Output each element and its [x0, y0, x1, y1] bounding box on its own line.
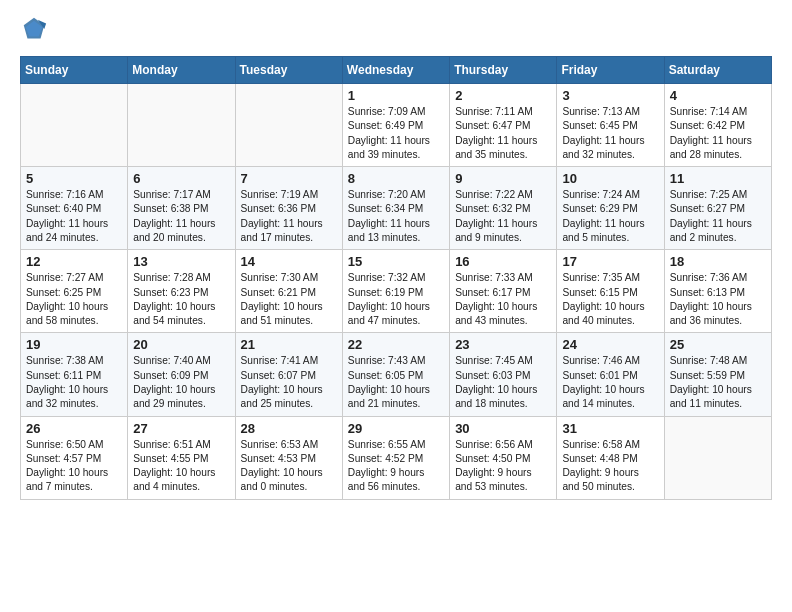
cell-content: Sunrise: 7:11 AM Sunset: 6:47 PM Dayligh… [455, 105, 551, 162]
day-number: 28 [241, 421, 337, 436]
day-number: 16 [455, 254, 551, 269]
calendar-cell [21, 84, 128, 167]
cell-content: Sunrise: 7:33 AM Sunset: 6:17 PM Dayligh… [455, 271, 551, 328]
day-number: 6 [133, 171, 229, 186]
cell-content: Sunrise: 7:24 AM Sunset: 6:29 PM Dayligh… [562, 188, 658, 245]
day-number: 11 [670, 171, 766, 186]
cell-content: Sunrise: 7:45 AM Sunset: 6:03 PM Dayligh… [455, 354, 551, 411]
cell-content: Sunrise: 7:38 AM Sunset: 6:11 PM Dayligh… [26, 354, 122, 411]
calendar: SundayMondayTuesdayWednesdayThursdayFrid… [20, 56, 772, 500]
calendar-cell: 14Sunrise: 7:30 AM Sunset: 6:21 PM Dayli… [235, 250, 342, 333]
cell-content: Sunrise: 7:22 AM Sunset: 6:32 PM Dayligh… [455, 188, 551, 245]
day-number: 24 [562, 337, 658, 352]
weekday-header-cell: Friday [557, 57, 664, 84]
day-number: 12 [26, 254, 122, 269]
day-number: 23 [455, 337, 551, 352]
calendar-cell: 20Sunrise: 7:40 AM Sunset: 6:09 PM Dayli… [128, 333, 235, 416]
cell-content: Sunrise: 7:30 AM Sunset: 6:21 PM Dayligh… [241, 271, 337, 328]
calendar-cell [235, 84, 342, 167]
cell-content: Sunrise: 7:25 AM Sunset: 6:27 PM Dayligh… [670, 188, 766, 245]
day-number: 8 [348, 171, 444, 186]
day-number: 31 [562, 421, 658, 436]
calendar-cell: 18Sunrise: 7:36 AM Sunset: 6:13 PM Dayli… [664, 250, 771, 333]
cell-content: Sunrise: 6:58 AM Sunset: 4:48 PM Dayligh… [562, 438, 658, 495]
calendar-cell: 27Sunrise: 6:51 AM Sunset: 4:55 PM Dayli… [128, 416, 235, 499]
calendar-cell [128, 84, 235, 167]
day-number: 10 [562, 171, 658, 186]
cell-content: Sunrise: 7:09 AM Sunset: 6:49 PM Dayligh… [348, 105, 444, 162]
day-number: 25 [670, 337, 766, 352]
day-number: 22 [348, 337, 444, 352]
calendar-cell: 30Sunrise: 6:56 AM Sunset: 4:50 PM Dayli… [450, 416, 557, 499]
cell-content: Sunrise: 6:53 AM Sunset: 4:53 PM Dayligh… [241, 438, 337, 495]
cell-content: Sunrise: 7:46 AM Sunset: 6:01 PM Dayligh… [562, 354, 658, 411]
calendar-body: 1Sunrise: 7:09 AM Sunset: 6:49 PM Daylig… [21, 84, 772, 500]
cell-content: Sunrise: 6:56 AM Sunset: 4:50 PM Dayligh… [455, 438, 551, 495]
calendar-cell: 3Sunrise: 7:13 AM Sunset: 6:45 PM Daylig… [557, 84, 664, 167]
calendar-cell: 23Sunrise: 7:45 AM Sunset: 6:03 PM Dayli… [450, 333, 557, 416]
calendar-cell: 17Sunrise: 7:35 AM Sunset: 6:15 PM Dayli… [557, 250, 664, 333]
cell-content: Sunrise: 7:43 AM Sunset: 6:05 PM Dayligh… [348, 354, 444, 411]
weekday-header-cell: Wednesday [342, 57, 449, 84]
calendar-cell: 8Sunrise: 7:20 AM Sunset: 6:34 PM Daylig… [342, 167, 449, 250]
calendar-cell: 4Sunrise: 7:14 AM Sunset: 6:42 PM Daylig… [664, 84, 771, 167]
header [20, 16, 772, 44]
weekday-header-cell: Thursday [450, 57, 557, 84]
calendar-week-row: 19Sunrise: 7:38 AM Sunset: 6:11 PM Dayli… [21, 333, 772, 416]
day-number: 1 [348, 88, 444, 103]
calendar-cell: 24Sunrise: 7:46 AM Sunset: 6:01 PM Dayli… [557, 333, 664, 416]
page: SundayMondayTuesdayWednesdayThursdayFrid… [0, 0, 792, 520]
calendar-cell: 5Sunrise: 7:16 AM Sunset: 6:40 PM Daylig… [21, 167, 128, 250]
calendar-cell: 29Sunrise: 6:55 AM Sunset: 4:52 PM Dayli… [342, 416, 449, 499]
calendar-week-row: 12Sunrise: 7:27 AM Sunset: 6:25 PM Dayli… [21, 250, 772, 333]
day-number: 21 [241, 337, 337, 352]
day-number: 13 [133, 254, 229, 269]
day-number: 4 [670, 88, 766, 103]
calendar-cell: 16Sunrise: 7:33 AM Sunset: 6:17 PM Dayli… [450, 250, 557, 333]
calendar-cell [664, 416, 771, 499]
calendar-cell: 10Sunrise: 7:24 AM Sunset: 6:29 PM Dayli… [557, 167, 664, 250]
weekday-header-cell: Sunday [21, 57, 128, 84]
calendar-cell: 25Sunrise: 7:48 AM Sunset: 5:59 PM Dayli… [664, 333, 771, 416]
cell-content: Sunrise: 7:35 AM Sunset: 6:15 PM Dayligh… [562, 271, 658, 328]
calendar-cell: 9Sunrise: 7:22 AM Sunset: 6:32 PM Daylig… [450, 167, 557, 250]
day-number: 3 [562, 88, 658, 103]
calendar-cell: 22Sunrise: 7:43 AM Sunset: 6:05 PM Dayli… [342, 333, 449, 416]
day-number: 19 [26, 337, 122, 352]
calendar-cell: 21Sunrise: 7:41 AM Sunset: 6:07 PM Dayli… [235, 333, 342, 416]
cell-content: Sunrise: 7:48 AM Sunset: 5:59 PM Dayligh… [670, 354, 766, 411]
cell-content: Sunrise: 7:20 AM Sunset: 6:34 PM Dayligh… [348, 188, 444, 245]
weekday-header-cell: Monday [128, 57, 235, 84]
cell-content: Sunrise: 7:32 AM Sunset: 6:19 PM Dayligh… [348, 271, 444, 328]
calendar-cell: 1Sunrise: 7:09 AM Sunset: 6:49 PM Daylig… [342, 84, 449, 167]
day-number: 15 [348, 254, 444, 269]
cell-content: Sunrise: 7:27 AM Sunset: 6:25 PM Dayligh… [26, 271, 122, 328]
calendar-week-row: 5Sunrise: 7:16 AM Sunset: 6:40 PM Daylig… [21, 167, 772, 250]
calendar-cell: 6Sunrise: 7:17 AM Sunset: 6:38 PM Daylig… [128, 167, 235, 250]
day-number: 20 [133, 337, 229, 352]
calendar-week-row: 1Sunrise: 7:09 AM Sunset: 6:49 PM Daylig… [21, 84, 772, 167]
weekday-header-cell: Tuesday [235, 57, 342, 84]
day-number: 7 [241, 171, 337, 186]
calendar-header: SundayMondayTuesdayWednesdayThursdayFrid… [21, 57, 772, 84]
cell-content: Sunrise: 7:36 AM Sunset: 6:13 PM Dayligh… [670, 271, 766, 328]
calendar-cell: 26Sunrise: 6:50 AM Sunset: 4:57 PM Dayli… [21, 416, 128, 499]
calendar-week-row: 26Sunrise: 6:50 AM Sunset: 4:57 PM Dayli… [21, 416, 772, 499]
cell-content: Sunrise: 7:28 AM Sunset: 6:23 PM Dayligh… [133, 271, 229, 328]
calendar-cell: 7Sunrise: 7:19 AM Sunset: 6:36 PM Daylig… [235, 167, 342, 250]
cell-content: Sunrise: 7:19 AM Sunset: 6:36 PM Dayligh… [241, 188, 337, 245]
calendar-cell: 31Sunrise: 6:58 AM Sunset: 4:48 PM Dayli… [557, 416, 664, 499]
day-number: 9 [455, 171, 551, 186]
calendar-cell: 2Sunrise: 7:11 AM Sunset: 6:47 PM Daylig… [450, 84, 557, 167]
cell-content: Sunrise: 6:50 AM Sunset: 4:57 PM Dayligh… [26, 438, 122, 495]
cell-content: Sunrise: 7:40 AM Sunset: 6:09 PM Dayligh… [133, 354, 229, 411]
cell-content: Sunrise: 7:41 AM Sunset: 6:07 PM Dayligh… [241, 354, 337, 411]
day-number: 27 [133, 421, 229, 436]
day-number: 5 [26, 171, 122, 186]
weekday-header-row: SundayMondayTuesdayWednesdayThursdayFrid… [21, 57, 772, 84]
calendar-cell: 28Sunrise: 6:53 AM Sunset: 4:53 PM Dayli… [235, 416, 342, 499]
calendar-cell: 19Sunrise: 7:38 AM Sunset: 6:11 PM Dayli… [21, 333, 128, 416]
cell-content: Sunrise: 6:51 AM Sunset: 4:55 PM Dayligh… [133, 438, 229, 495]
weekday-header-cell: Saturday [664, 57, 771, 84]
cell-content: Sunrise: 6:55 AM Sunset: 4:52 PM Dayligh… [348, 438, 444, 495]
